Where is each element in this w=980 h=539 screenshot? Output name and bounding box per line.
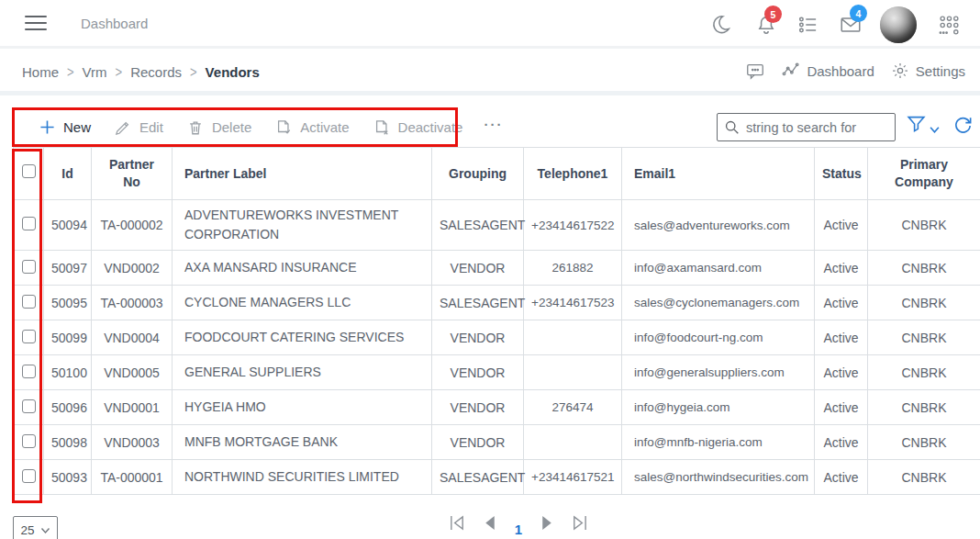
column-header[interactable]: Status [815, 148, 868, 200]
table-cell: info@hygeia.com [622, 390, 815, 425]
table-cell [524, 355, 622, 390]
table-cell: SALESAGENT [432, 460, 524, 495]
user-avatar[interactable] [880, 6, 917, 43]
table-row[interactable]: 50094TA-000002ADVENTUREWORKS INVESTMENT … [14, 200, 980, 251]
table-cell: Active [815, 390, 868, 425]
column-header[interactable]: Grouping [432, 148, 524, 200]
first-page-button[interactable] [448, 514, 467, 532]
breadcrumb-bar: Home > Vrm > Records > Vendors Dashboard… [0, 51, 980, 95]
breadcrumb-home[interactable]: Home [22, 64, 59, 80]
table-cell [524, 425, 622, 460]
table-row[interactable]: 50097VND0002AXA MANSARD INSURANCEVENDOR2… [14, 251, 980, 286]
delete-button[interactable]: Delete [175, 119, 263, 136]
column-header[interactable]: Partner Label [173, 148, 432, 200]
app-title: Dashboard [81, 16, 148, 31]
edit-button[interactable]: Edit [103, 119, 175, 136]
table-cell: 50096 [44, 390, 92, 425]
table-row[interactable]: 50093TA-000001NORTHWIND SECURITIES LIMIT… [14, 460, 980, 495]
feedback-comment-icon[interactable] [745, 61, 765, 81]
top-app-bar: Dashboard 5 4 [0, 0, 980, 49]
chevron-right-icon: > [190, 63, 197, 82]
table-cell: CNBRK [868, 320, 980, 355]
activate-button[interactable]: Activate [263, 119, 361, 136]
select-all-checkbox[interactable] [22, 164, 36, 178]
table-cell: info@mnfb-nigeria.com [622, 425, 815, 460]
table-row[interactable]: 50098VND0003MNFB MORTGAGE BANKVENDORinfo… [14, 425, 980, 460]
trash-icon [187, 119, 204, 136]
table-row[interactable]: 50095TA-000003CYCLONE MANAGERS LLCSALESA… [14, 286, 980, 320]
table-cell: CNBRK [868, 200, 980, 251]
dashboard-link[interactable]: Dashboard [782, 62, 874, 80]
column-header[interactable]: Id [44, 148, 92, 200]
breadcrumb-records[interactable]: Records [130, 64, 182, 80]
table-cell: Active [815, 286, 868, 320]
table-cell: TA-000002 [92, 200, 173, 251]
table-header-row: IdPartner NoPartner LabelGroupingTelepho… [14, 148, 980, 200]
table-cell: SALESAGENT [432, 286, 524, 320]
table-cell: +23414617523 [524, 286, 622, 320]
table-cell: CNBRK [868, 355, 980, 390]
table-cell: VND0004 [92, 320, 173, 355]
task-list-icon[interactable] [796, 13, 820, 37]
row-checkbox[interactable] [22, 260, 36, 274]
table-cell [524, 320, 622, 355]
notifications-count-badge: 5 [764, 6, 782, 23]
table-cell: info@axamansard.com [622, 251, 815, 286]
table-cell: VENDOR [432, 251, 524, 286]
filter-button[interactable] [907, 115, 940, 134]
table-cell: SALESAGENT [432, 200, 524, 251]
apps-grid-icon[interactable] [938, 14, 962, 38]
table-cell: 50094 [44, 200, 92, 251]
next-page-button[interactable] [540, 514, 554, 532]
row-checkbox[interactable] [22, 434, 36, 448]
table-cell: info@generalsuppliers.com [622, 355, 815, 390]
breadcrumb: Home > Vrm > Records > Vendors [22, 64, 260, 80]
chevron-right-icon: > [116, 63, 123, 82]
deactivate-button[interactable]: Deactivate [362, 119, 475, 136]
dark-mode-moon-icon[interactable] [708, 13, 732, 37]
row-checkbox[interactable] [22, 469, 36, 483]
table-row[interactable]: 50096VND0001HYGEIA HMOVENDOR276474info@h… [14, 390, 980, 425]
search-input[interactable] [717, 113, 896, 141]
column-header[interactable]: Partner No [92, 148, 173, 200]
table-cell: VND0001 [92, 390, 173, 425]
table-cell: GENERAL SUPPLIERS [173, 355, 432, 390]
table-cell: VND0002 [92, 251, 173, 286]
new-button[interactable]: New [28, 119, 103, 135]
row-checkbox[interactable] [22, 295, 36, 309]
table-cell: 50095 [44, 286, 92, 320]
breadcrumb-vendors: Vendors [206, 64, 260, 80]
previous-page-button[interactable] [483, 514, 497, 532]
row-checkbox[interactable] [22, 365, 36, 378]
last-page-button[interactable] [570, 514, 589, 532]
menu-hamburger-icon[interactable] [25, 16, 47, 32]
row-checkbox[interactable] [22, 399, 36, 413]
document-check-icon [275, 119, 292, 136]
table-cell: NORTHWIND SECURITIES LIMITED [173, 460, 432, 495]
table-cell: 261882 [524, 251, 622, 286]
dashboard-link-label: Dashboard [807, 63, 874, 79]
breadcrumb-vrm[interactable]: Vrm [83, 64, 107, 80]
settings-link[interactable]: Settings [891, 62, 965, 80]
table-cell: sales@adventureworks.com [622, 200, 815, 251]
table-row[interactable]: 50100VND0005GENERAL SUPPLIERSVENDORinfo@… [14, 355, 980, 390]
pulse-chart-icon [782, 62, 800, 80]
vendors-table: IdPartner NoPartner LabelGroupingTelepho… [13, 147, 980, 495]
table-cell: Active [815, 200, 868, 251]
table-cell: +23414617522 [524, 200, 622, 251]
more-actions-button[interactable]: ··· [474, 117, 510, 138]
column-header[interactable]: Telephone1 [524, 148, 622, 200]
settings-link-label: Settings [916, 63, 965, 79]
refresh-button[interactable] [952, 115, 974, 136]
row-checkbox[interactable] [22, 217, 36, 230]
table-row[interactable]: 50099VND0004FOODCOURT CATERING SERVICESV… [14, 320, 980, 355]
action-toolbar: New Edit Delete Activate Deactivate ··· [13, 108, 458, 146]
column-header[interactable]: Primary Company [868, 148, 980, 200]
table-cell: CNBRK [868, 286, 980, 320]
current-page-number: 1 [513, 522, 524, 537]
row-checkbox[interactable] [22, 330, 36, 343]
table-cell: VENDOR [432, 425, 524, 460]
pencil-icon [115, 119, 131, 136]
chevron-down-icon [930, 126, 940, 134]
column-header[interactable]: Email1 [622, 148, 815, 200]
